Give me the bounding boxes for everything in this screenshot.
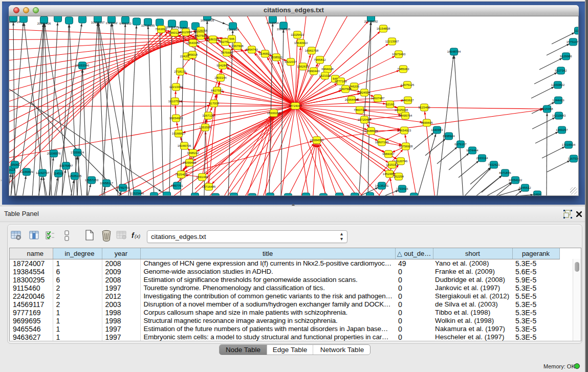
svg-text:16154838: 16154838 bbox=[377, 27, 390, 30]
svg-text:9129966: 9129966 bbox=[560, 55, 572, 58]
svg-text:10719185: 10719185 bbox=[141, 24, 155, 27]
svg-text:9115460: 9115460 bbox=[419, 106, 431, 109]
svg-text:6994028: 6994028 bbox=[321, 68, 334, 71]
svg-text:18640910: 18640910 bbox=[294, 41, 308, 45]
svg-text:2933114: 2933114 bbox=[476, 157, 489, 160]
svg-text:16046706: 16046706 bbox=[178, 144, 191, 147]
svg-text:10653267: 10653267 bbox=[91, 21, 105, 24]
svg-text:20053346: 20053346 bbox=[76, 64, 90, 67]
svg-text:8186328: 8186328 bbox=[207, 38, 219, 41]
svg-text:8912954: 8912954 bbox=[180, 31, 192, 34]
svg-text:20206576: 20206576 bbox=[47, 152, 61, 155]
svg-text:11134: 11134 bbox=[574, 29, 579, 32]
svg-text:9777169: 9777169 bbox=[335, 80, 347, 83]
svg-text:1733416: 1733416 bbox=[396, 187, 408, 190]
svg-text:16107554: 16107554 bbox=[168, 100, 182, 103]
svg-text:16782759: 16782759 bbox=[116, 186, 130, 189]
svg-text:9474444: 9474444 bbox=[466, 149, 478, 152]
svg-text:30975887: 30975887 bbox=[59, 164, 73, 167]
svg-text:8215958: 8215958 bbox=[541, 107, 553, 111]
svg-text:(x): (x) bbox=[135, 233, 140, 239]
svg-text:9857791: 9857791 bbox=[171, 184, 183, 187]
svg-text:20691406: 20691406 bbox=[37, 22, 51, 25]
svg-text:7357224: 7357224 bbox=[227, 28, 239, 31]
svg-text:1527602: 1527602 bbox=[105, 21, 118, 25]
svg-text:2367608: 2367608 bbox=[231, 45, 244, 48]
svg-text:1615152: 1615152 bbox=[386, 163, 398, 166]
svg-text:14136141: 14136141 bbox=[375, 184, 389, 187]
svg-text:15716485: 15716485 bbox=[202, 185, 216, 188]
svg-text:9684067: 9684067 bbox=[382, 152, 395, 156]
svg-text:18724007: 18724007 bbox=[289, 104, 302, 107]
svg-text:17016504: 17016504 bbox=[562, 143, 576, 146]
svg-text:1621022: 1621022 bbox=[319, 74, 331, 77]
svg-text:10958117: 10958117 bbox=[100, 182, 114, 185]
svg-text:7663822: 7663822 bbox=[155, 28, 167, 31]
svg-text:8990443: 8990443 bbox=[308, 70, 320, 73]
svg-text:7485063: 7485063 bbox=[397, 68, 409, 71]
svg-text:10054122: 10054122 bbox=[509, 179, 522, 182]
svg-text:252254: 252254 bbox=[394, 175, 404, 178]
svg-text:8413054: 8413054 bbox=[267, 21, 279, 25]
svg-text:1244419: 1244419 bbox=[552, 99, 564, 102]
svg-text:8471876: 8471876 bbox=[499, 171, 511, 174]
svg-text:16099489: 16099489 bbox=[183, 161, 197, 164]
svg-text:11156829: 11156829 bbox=[20, 170, 33, 173]
svg-text:417006: 417006 bbox=[209, 102, 220, 105]
svg-text:19654923: 19654923 bbox=[398, 129, 411, 132]
svg-text:546: 546 bbox=[229, 37, 235, 40]
svg-text:9463627: 9463627 bbox=[402, 99, 414, 102]
svg-text:18495764: 18495764 bbox=[399, 114, 412, 117]
svg-text:7632621: 7632621 bbox=[488, 163, 500, 166]
svg-text:9146821: 9146821 bbox=[259, 52, 271, 55]
svg-text:6497508: 6497508 bbox=[339, 87, 352, 91]
svg-text:17957253: 17957253 bbox=[85, 179, 99, 182]
svg-text:23226058: 23226058 bbox=[194, 29, 208, 32]
svg-text:6679197: 6679197 bbox=[454, 143, 467, 146]
svg-text:3498222: 3498222 bbox=[187, 151, 199, 155]
svg-text:9699695: 9699695 bbox=[421, 121, 433, 124]
svg-text:9827509: 9827509 bbox=[194, 34, 207, 37]
svg-text:17359924: 17359924 bbox=[71, 151, 84, 154]
svg-text:1167534: 1167534 bbox=[568, 157, 579, 160]
svg-text:8454749: 8454749 bbox=[246, 48, 258, 51]
svg-text:10973493: 10973493 bbox=[392, 53, 406, 56]
svg-text:12213389: 12213389 bbox=[169, 85, 183, 89]
svg-text:12323446: 12323446 bbox=[130, 192, 144, 195]
svg-text:18807249: 18807249 bbox=[375, 141, 389, 144]
svg-text:9227342: 9227342 bbox=[555, 69, 567, 72]
svg-text:8660124: 8660124 bbox=[168, 31, 181, 34]
svg-text:12975125: 12975125 bbox=[401, 83, 415, 86]
svg-text:1369297: 1369297 bbox=[556, 128, 568, 132]
svg-text:18300295: 18300295 bbox=[267, 112, 281, 115]
svg-text:16961758: 16961758 bbox=[305, 49, 319, 52]
svg-text:114519: 114519 bbox=[53, 172, 63, 175]
svg-text:16654983: 16654983 bbox=[169, 117, 183, 120]
svg-text:39114: 39114 bbox=[9, 168, 16, 171]
svg-text:6466160: 6466160 bbox=[119, 22, 132, 25]
svg-text:19384554: 19384554 bbox=[310, 139, 324, 142]
svg-text:12093822: 12093822 bbox=[551, 83, 565, 86]
svg-text:2803144: 2803144 bbox=[214, 76, 227, 79]
svg-text:10756928: 10756928 bbox=[399, 145, 413, 148]
svg-text:9242848: 9242848 bbox=[216, 64, 229, 67]
svg-text:16648784: 16648784 bbox=[447, 50, 461, 53]
svg-text:8938924: 8938924 bbox=[443, 135, 455, 138]
svg-text:12242737: 12242737 bbox=[36, 171, 50, 174]
svg-text:9245612: 9245612 bbox=[519, 186, 531, 189]
svg-text:8427552: 8427552 bbox=[211, 89, 223, 92]
svg-text:12505135: 12505135 bbox=[68, 174, 82, 178]
svg-text:14055724: 14055724 bbox=[9, 20, 20, 24]
svg-text:20878682: 20878682 bbox=[364, 20, 378, 23]
svg-text:10688609: 10688609 bbox=[364, 129, 378, 133]
svg-text:1538520: 1538520 bbox=[270, 56, 282, 59]
svg-text:16210643: 16210643 bbox=[552, 114, 566, 117]
svg-text:3267130: 3267130 bbox=[202, 114, 214, 117]
svg-text:335061: 335061 bbox=[10, 163, 20, 166]
svg-text:1562615: 1562615 bbox=[297, 65, 309, 68]
svg-text:15751074: 15751074 bbox=[567, 40, 579, 43]
svg-text:16033809: 16033809 bbox=[201, 19, 214, 22]
svg-text:1353594: 1353594 bbox=[199, 126, 211, 129]
svg-text:16543382: 16543382 bbox=[186, 41, 200, 45]
svg-text:62160: 62160 bbox=[386, 103, 395, 106]
